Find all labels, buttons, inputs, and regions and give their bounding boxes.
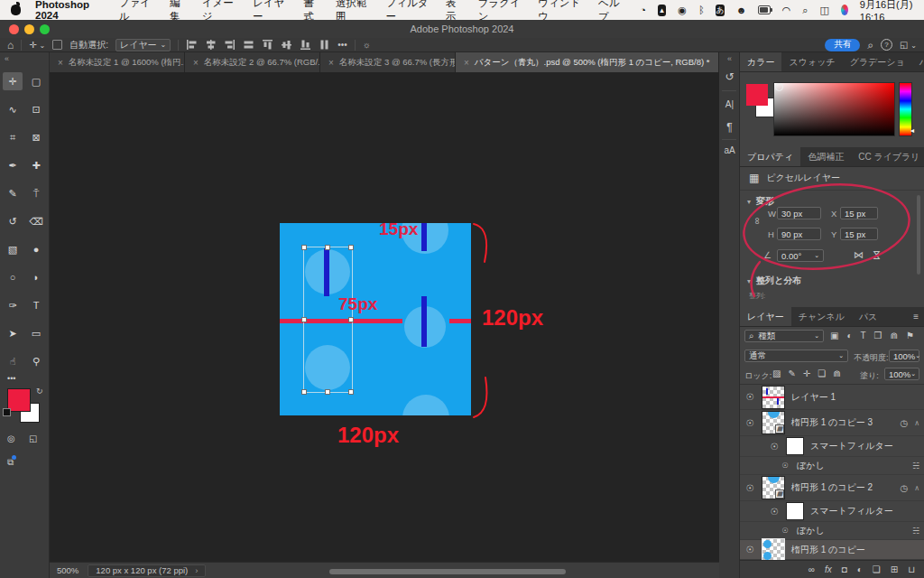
hue-slider-arrow[interactable]: ◂ bbox=[910, 126, 914, 135]
workspace-settings-icon[interactable]: ☼ bbox=[363, 40, 371, 50]
marquee-tool[interactable]: ▢ bbox=[26, 72, 46, 90]
align-section-header[interactable]: ▾ 整列と分布 bbox=[747, 275, 801, 287]
flip-vertical-icon[interactable]: ⋈ bbox=[871, 250, 882, 260]
screen-mirroring-icon[interactable]: ▴ bbox=[658, 5, 666, 16]
link-layers-icon[interactable]: ∞ bbox=[808, 564, 815, 574]
lock-all-icon[interactable]: ⋒ bbox=[833, 368, 840, 378]
align-left-icon[interactable] bbox=[186, 40, 198, 50]
menubar-clock[interactable]: 9月16日(月) 16:16 bbox=[860, 0, 913, 23]
lock-artboard-icon[interactable]: ❏ bbox=[818, 368, 826, 378]
distribute-vertical-icon[interactable] bbox=[319, 40, 330, 50]
panel-menu-icon[interactable]: ≡ bbox=[908, 307, 924, 326]
zoom-tool[interactable]: ⚲ bbox=[26, 352, 46, 370]
rectangle-tool[interactable]: ▭ bbox=[26, 324, 46, 342]
align-middle-icon[interactable] bbox=[281, 40, 292, 50]
blur-tool[interactable]: ● bbox=[26, 240, 46, 258]
layer-thumbnail[interactable] bbox=[762, 386, 785, 409]
visibility-eye-icon[interactable]: ☉ bbox=[780, 461, 790, 470]
smart-filter-clock-icon[interactable]: ◷ bbox=[900, 483, 908, 493]
swap-colors-icon[interactable]: ↻ bbox=[36, 387, 43, 396]
layer-effects-icon[interactable]: fx bbox=[825, 564, 832, 574]
more-options-icon[interactable]: ••• bbox=[337, 40, 347, 50]
battery-icon[interactable] bbox=[758, 5, 770, 14]
screen-mode-icon[interactable]: ◱ bbox=[29, 434, 37, 443]
lock-position-icon[interactable]: ✛ bbox=[803, 368, 810, 378]
visibility-eye-icon[interactable]: ☉ bbox=[769, 442, 780, 452]
filter-toggle-pin-icon[interactable]: ⚑ bbox=[906, 331, 914, 340]
document-info[interactable]: 120 px x 120 px (72 ppi) › bbox=[88, 564, 206, 577]
default-colors-icon[interactable] bbox=[3, 408, 11, 416]
edit-toolbar-icon[interactable]: ••• bbox=[7, 374, 15, 383]
y-input[interactable]: 15 px bbox=[840, 228, 878, 240]
workspace-switcher-icon[interactable]: ◱ ⌄ bbox=[900, 40, 917, 50]
app-status-icon[interactable]: ◔ bbox=[640, 5, 646, 15]
whats-new-icon[interactable]: ⧉ bbox=[7, 457, 14, 468]
visibility-eye-icon[interactable]: ☉ bbox=[780, 527, 790, 535]
home-icon[interactable]: ⌂ bbox=[7, 39, 14, 51]
quick-mask-icon[interactable]: ◎ bbox=[7, 434, 15, 443]
record-status-icon[interactable]: ◉ bbox=[678, 5, 687, 16]
input-source-icon[interactable]: あ bbox=[716, 5, 724, 16]
layer-row-4-selected[interactable]: ☉ 楕円形 1 のコピー bbox=[740, 540, 924, 560]
visibility-eye-icon[interactable]: ☉ bbox=[744, 392, 755, 402]
layer-row-3[interactable]: ☉ ▦ 楕円形 1 のコピー 2 ◷ ∧ bbox=[740, 475, 924, 501]
h-input[interactable]: 90 px bbox=[777, 228, 821, 240]
filter-options-icon[interactable]: ☵ bbox=[912, 527, 919, 536]
smart-filter-row[interactable]: ☉ スマートフィルター bbox=[740, 436, 924, 457]
fill-input[interactable]: 100%⌄ bbox=[884, 368, 919, 380]
new-group-icon[interactable]: ❏ bbox=[873, 564, 881, 574]
spot-healing-tool[interactable]: ✚ bbox=[26, 156, 46, 174]
align-bottom-icon[interactable] bbox=[300, 40, 311, 50]
close-tab-icon[interactable]: × bbox=[328, 58, 334, 68]
close-tab-icon[interactable]: × bbox=[58, 58, 63, 68]
smart-filter-row[interactable]: ☉ スマートフィルター bbox=[740, 501, 924, 522]
wifi-icon[interactable]: ◠ bbox=[782, 5, 791, 16]
flip-horizontal-icon[interactable]: ⋈ bbox=[854, 249, 864, 261]
selection-handle[interactable] bbox=[325, 245, 330, 250]
tab-color[interactable]: カラー bbox=[740, 52, 781, 71]
layer-filter-dropdown[interactable]: ⌕ 種類 ⌄ bbox=[744, 330, 824, 342]
tab-layers[interactable]: レイヤー bbox=[740, 307, 791, 326]
selection-handle[interactable] bbox=[325, 389, 330, 395]
pattern-document[interactable] bbox=[280, 223, 471, 415]
character-panel-icon[interactable]: A| bbox=[719, 99, 740, 109]
paragraph-panel-icon[interactable]: ¶ bbox=[719, 121, 740, 134]
close-tab-icon[interactable]: × bbox=[464, 58, 469, 68]
share-button[interactable]: 共有 bbox=[825, 39, 860, 51]
selection-handle[interactable] bbox=[348, 317, 354, 322]
filter-adjustment-layers-icon[interactable]: ◐ bbox=[846, 331, 852, 340]
delete-layer-icon[interactable]: ⊔ bbox=[908, 564, 915, 574]
selection-handle[interactable] bbox=[301, 389, 307, 395]
visibility-eye-icon[interactable]: ☉ bbox=[744, 418, 755, 428]
panel-foreground-swatch[interactable] bbox=[746, 84, 768, 106]
collapse-tools-icon[interactable]: « bbox=[5, 54, 9, 63]
type-tool[interactable]: T bbox=[26, 296, 46, 314]
document-tab-1[interactable]: × 名称未設定 1 @ 1600% (楕円... bbox=[50, 52, 185, 72]
tab-adjustments[interactable]: 色調補正 bbox=[800, 147, 851, 166]
visibility-eye-icon[interactable]: ☉ bbox=[744, 545, 755, 555]
frame-tool[interactable]: ⊠ bbox=[26, 128, 46, 146]
spotlight-icon[interactable]: ⌕ bbox=[802, 5, 808, 16]
link-wh-icon[interactable]: ∞ bbox=[753, 218, 763, 225]
visibility-eye-icon[interactable]: ☉ bbox=[769, 507, 780, 517]
eyedropper-tool[interactable]: ✒ bbox=[3, 156, 23, 174]
adjustment-layer-icon[interactable]: ◐ bbox=[857, 564, 863, 574]
layer-thumbnail[interactable]: ▦ bbox=[762, 411, 785, 434]
dodge-tool[interactable]: ○ bbox=[3, 268, 23, 286]
eraser-tool[interactable]: ⌫ bbox=[26, 212, 46, 230]
lock-transparency-icon[interactable]: ▨ bbox=[772, 368, 781, 378]
user-icon[interactable]: ☻ bbox=[736, 5, 747, 15]
blur-filter-row[interactable]: ☉ ぼかし ☵ bbox=[740, 457, 924, 475]
document-tab-2[interactable]: × 名称未設定 2 @ 66.7% (RGB/... bbox=[185, 52, 320, 72]
help-icon[interactable]: ? bbox=[881, 39, 892, 51]
filter-type-layers-icon[interactable]: T bbox=[861, 331, 866, 340]
align-top-icon[interactable] bbox=[262, 40, 273, 50]
tab-patterns[interactable]: パターン bbox=[912, 52, 924, 71]
object-selection-tool[interactable]: ⊡ bbox=[26, 100, 46, 118]
collapse-filters-icon[interactable]: ∧ bbox=[914, 419, 919, 427]
document-tab-3[interactable]: × 名称未設定 3 @ 66.7% (長方形... bbox=[320, 52, 456, 72]
zoom-window-button[interactable] bbox=[40, 24, 50, 34]
siri-icon[interactable] bbox=[841, 5, 848, 15]
filter-options-icon[interactable]: ☵ bbox=[912, 461, 919, 471]
selection-handle[interactable] bbox=[348, 245, 354, 250]
